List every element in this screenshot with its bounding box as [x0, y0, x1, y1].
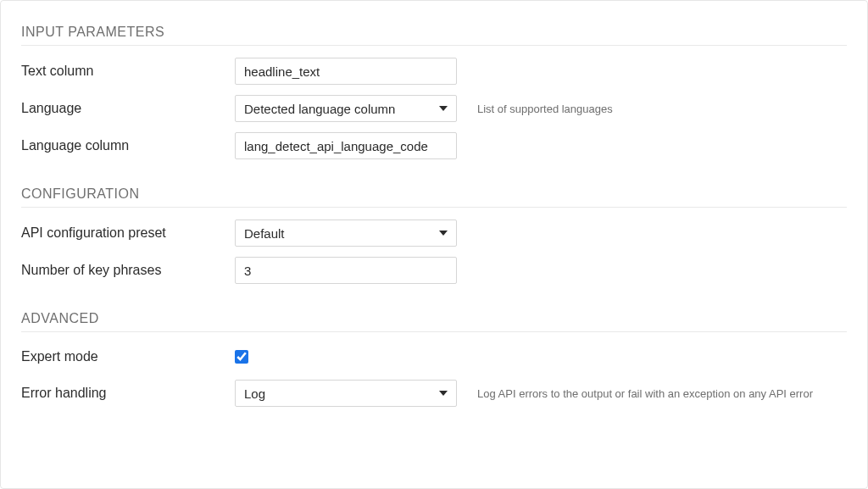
row-expert-mode: Expert mode — [21, 344, 847, 370]
row-language-column: Language column — [21, 132, 847, 159]
label-api-preset: API configuration preset — [21, 225, 235, 241]
row-language: Language Detected language column List o… — [21, 95, 847, 122]
chevron-down-icon — [439, 391, 448, 396]
row-text-column: Text column — [21, 58, 847, 85]
language-select-value: Detected language column — [244, 102, 395, 116]
row-error-handling: Error handling Log Log API errors to the… — [21, 380, 847, 407]
section-title-advanced: ADVANCED — [21, 311, 847, 332]
section-advanced: ADVANCED Expert mode Error handling Log … — [21, 311, 847, 407]
settings-panel: INPUT PARAMETERS Text column Language De… — [0, 0, 868, 489]
section-title-input-parameters: INPUT PARAMETERS — [21, 25, 847, 46]
chevron-down-icon — [439, 106, 448, 111]
text-column-input[interactable] — [235, 58, 457, 85]
section-input-parameters: INPUT PARAMETERS Text column Language De… — [21, 25, 847, 159]
language-column-input[interactable] — [235, 132, 457, 159]
label-num-key-phrases: Number of key phrases — [21, 263, 235, 278]
label-language-column: Language column — [21, 138, 235, 153]
chevron-down-icon — [439, 231, 448, 236]
error-handling-select[interactable]: Log — [235, 380, 457, 407]
expert-mode-checkbox[interactable] — [235, 350, 248, 364]
row-api-preset: API configuration preset Default — [21, 219, 847, 247]
api-preset-value: Default — [244, 226, 285, 241]
help-error-handling: Log API errors to the output or fail wit… — [477, 387, 813, 400]
error-handling-value: Log — [244, 386, 265, 401]
row-num-key-phrases: Number of key phrases — [21, 257, 847, 284]
label-error-handling: Error handling — [21, 386, 235, 401]
help-language: List of supported languages — [477, 103, 613, 115]
api-preset-select[interactable]: Default — [235, 219, 457, 247]
label-text-column: Text column — [21, 64, 235, 79]
num-key-phrases-input[interactable] — [235, 257, 457, 284]
label-language: Language — [21, 101, 235, 116]
section-configuration: CONFIGURATION API configuration preset D… — [21, 186, 847, 284]
section-title-configuration: CONFIGURATION — [21, 186, 847, 208]
label-expert-mode: Expert mode — [21, 349, 235, 364]
language-select[interactable]: Detected language column — [235, 95, 457, 122]
